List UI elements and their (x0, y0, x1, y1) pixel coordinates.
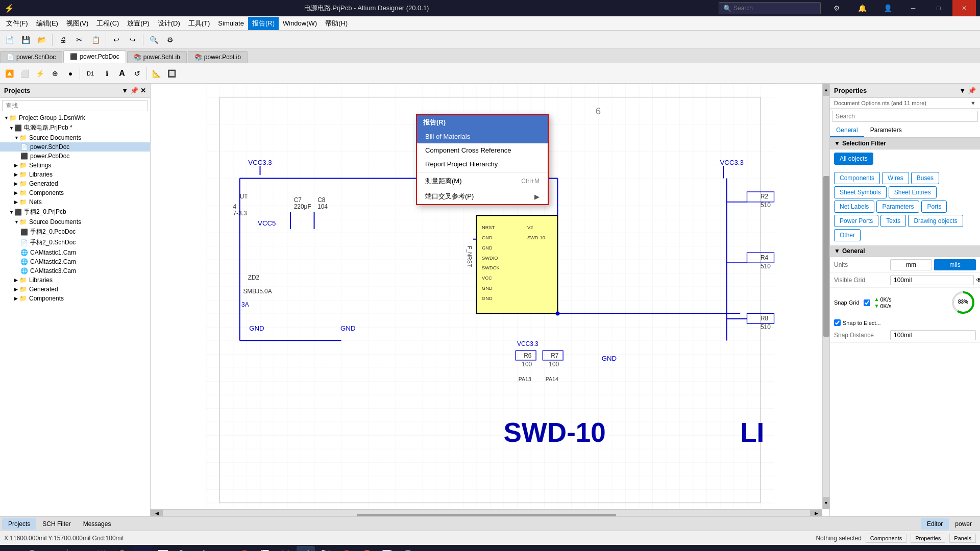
bottom-tab-projects[interactable]: Projects (2, 518, 36, 530)
menu-port-ref[interactable]: 端口交叉参考(P) ▶ (417, 189, 548, 204)
properties-btn[interactable]: Properties (911, 534, 945, 543)
filter-sheet-entries[interactable]: Sheet Entries (889, 186, 937, 198)
tree-item-settings[interactable]: ▶ 📁 Settings (0, 161, 150, 170)
properties-search-input[interactable] (832, 111, 978, 122)
tb-undo[interactable]: ↩ (109, 33, 124, 47)
menu-tools[interactable]: 工具(T) (184, 17, 214, 30)
taskbar-gear[interactable]: ⚙ (215, 546, 233, 551)
tree-item-generated-1[interactable]: ▶ 📁 Generated (0, 179, 150, 188)
horizontal-scrollbar[interactable]: ◀ ▶ (151, 509, 822, 516)
tree-item-source-docs-1[interactable]: ▼ 📁 Source Documents (0, 133, 150, 142)
sch-tb-info[interactable]: ℹ (100, 66, 114, 81)
taskbar-media[interactable]: 🖼 (92, 546, 111, 551)
sch-tb-rect[interactable]: ⬜ (17, 66, 32, 81)
taskbar-files[interactable]: 📁 (72, 546, 90, 551)
bell-icon[interactable]: 🔔 (850, 0, 874, 16)
tree-item-generated-2[interactable]: ▶ 📁 Generated (0, 285, 150, 294)
filter-other[interactable]: Other (834, 229, 861, 241)
tree-item-schDoc[interactable]: 📄 power.SchDoc (0, 142, 150, 152)
tb-new[interactable]: 📄 (2, 33, 16, 47)
sch-tb-scroll-up[interactable]: 🔼 (2, 66, 16, 81)
search-button[interactable]: 🔍 (24, 546, 43, 551)
taskbar-notepad[interactable]: 📋 (194, 546, 213, 551)
expand-libraries-1[interactable]: ▶ (14, 172, 19, 177)
menu-ccr[interactable]: Component Cross Reference (417, 143, 548, 157)
properties-pin-icon[interactable]: 📌 (968, 87, 976, 94)
tab-pcblib[interactable]: 📚 power.PcbLib (188, 51, 248, 63)
filter-ports[interactable]: Ports (921, 201, 947, 213)
scroll-down[interactable]: ▼ (823, 497, 830, 509)
tree-item-libraries-2[interactable]: ▶ 📁 Libraries (0, 276, 150, 285)
bottom-tab-schfilter[interactable]: SCH Filter (36, 518, 77, 530)
taskbar-target[interactable]: 🎯 (235, 546, 254, 551)
menu-bom[interactable]: Bill of Materials (417, 130, 548, 143)
tree-item-nets[interactable]: ▶ 📁 Nets (0, 197, 150, 207)
expand-source-docs-2[interactable]: ▼ (14, 219, 19, 224)
tree-item-power-project[interactable]: ▼ ⬛ 电源电路.PrjPcb * (0, 122, 150, 133)
taskbar-app2[interactable]: 🎯 (337, 546, 356, 551)
units-mils-btn[interactable]: mils (934, 259, 976, 270)
tree-item-components-2[interactable]: ▶ 📁 Components (0, 294, 150, 303)
expand-project-group[interactable]: ▼ (4, 115, 9, 120)
units-mm-btn[interactable]: mm (890, 259, 932, 270)
general-section-header[interactable]: ▼ General (830, 245, 980, 257)
scroll-track-v[interactable] (823, 96, 829, 497)
tree-item-project-group[interactable]: ▼ 📁 Project Group 1.DsnWrk (0, 113, 150, 122)
filter-components[interactable]: Components (834, 172, 880, 184)
scroll-left[interactable]: ◀ (151, 510, 163, 517)
tb-redo[interactable]: ↪ (126, 33, 140, 47)
visible-grid-icon[interactable]: 👁 (976, 277, 980, 284)
menu-file[interactable]: 文件(F) (2, 17, 32, 30)
sch-tb-place[interactable]: ● (63, 66, 78, 81)
selection-filter-header[interactable]: ▼ Selection Filter (830, 138, 980, 149)
filter-drawing-objects[interactable]: Drawing objects (908, 215, 963, 227)
tb-open[interactable]: 📂 (35, 33, 49, 47)
tree-item-source-docs-2[interactable]: ▼ 📁 Source Documents (0, 217, 150, 227)
expand-handle-project[interactable]: ▼ (9, 210, 14, 215)
tab-parameters[interactable]: Parameters (864, 124, 908, 137)
expand-power-project[interactable]: ▼ (9, 126, 14, 131)
tb-print[interactable]: 🖨 (56, 33, 70, 47)
properties-dropdown-icon[interactable]: ▼ (959, 87, 966, 94)
tab-schlib[interactable]: 📚 power.SchLib (127, 51, 187, 63)
taskbar-altium[interactable]: ⚡ (297, 546, 315, 551)
tb-zoom[interactable]: 🔍 (146, 33, 161, 47)
expand-generated-2[interactable]: ▶ (14, 287, 19, 292)
scroll-thumb-v[interactable] (823, 176, 829, 336)
sch-tb-btn1[interactable]: 📐 (149, 66, 163, 81)
menu-measure[interactable]: 测量距离(M) Ctrl+M (417, 173, 548, 189)
expand-nets[interactable]: ▶ (14, 199, 19, 205)
user-icon[interactable]: 👤 (876, 0, 899, 16)
tree-item-handle-schdoc[interactable]: 📄 手柄2_0.SchDoc (0, 237, 150, 248)
scroll-right[interactable]: ▶ (810, 510, 822, 517)
tree-item-cam2[interactable]: 🌐 CAMtastic2.Cam (0, 257, 150, 266)
tree-item-cam1[interactable]: 🌐 CAMtastic1.Cam (0, 248, 150, 257)
title-search-area[interactable]: 🔍 (719, 2, 821, 14)
tb-save[interactable]: 💾 (18, 33, 33, 47)
tab-general[interactable]: General (830, 124, 864, 137)
expand-components-2[interactable]: ▶ (14, 296, 19, 301)
menu-window[interactable]: Window(W) (279, 17, 321, 29)
taskbar-app1[interactable]: 📡 (317, 546, 335, 551)
panels-btn[interactable]: Panels (949, 534, 976, 543)
menu-report[interactable]: 报告(R) (248, 17, 279, 30)
restore-button[interactable]: □ (927, 0, 950, 16)
menu-help[interactable]: 帮助(H) (321, 17, 352, 30)
expand-generated-1[interactable]: ▶ (14, 181, 19, 186)
taskview-button[interactable]: 🗂 (45, 546, 63, 551)
expand-libraries-2[interactable]: ▶ (14, 278, 19, 283)
expand-source-docs-1[interactable]: ▼ (14, 135, 19, 140)
scroll-up[interactable]: ▲ (823, 84, 830, 96)
minimize-button[interactable]: ─ (901, 0, 925, 16)
sch-tb-arc[interactable]: ↺ (130, 66, 144, 81)
filter-power-ports[interactable]: Power Ports (834, 215, 878, 227)
sch-tb-btn2[interactable]: 🔲 (164, 66, 179, 81)
settings-icon[interactable]: ⚙ (825, 0, 848, 16)
title-search-input[interactable] (733, 5, 810, 12)
taskbar-app4[interactable]: 📝 (378, 546, 397, 551)
vertical-scrollbar[interactable]: ▲ ▼ (822, 84, 829, 509)
tree-item-components-1[interactable]: ▶ 📁 Components (0, 188, 150, 197)
canvas-area[interactable]: 6 VCC3.3 UT 4 7-3.3 C7 220μF C8 104 VCC5… (151, 84, 829, 516)
snap-grid-checkbox[interactable] (864, 299, 870, 306)
projects-search-input[interactable] (2, 100, 148, 111)
